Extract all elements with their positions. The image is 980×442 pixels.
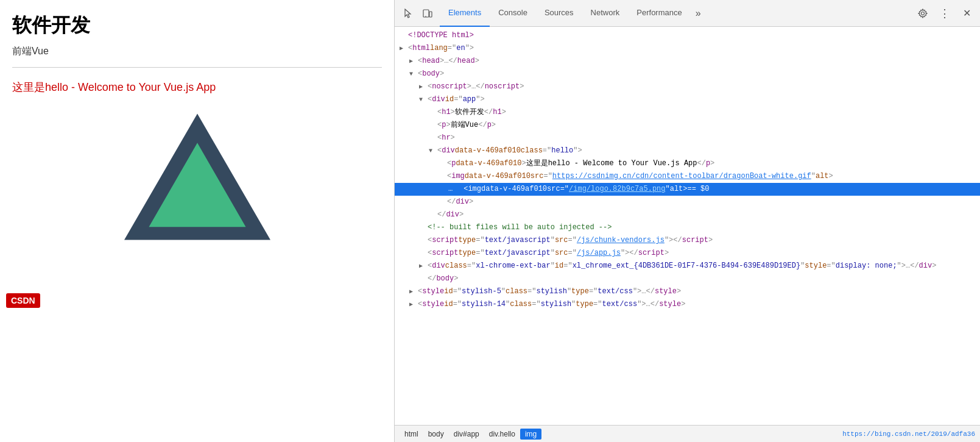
tab-sources[interactable]: Sources xyxy=(536,0,582,27)
html-line[interactable]: </div> xyxy=(395,196,980,209)
tab-network[interactable]: Network xyxy=(582,0,629,27)
html-line[interactable]: <style id="stylish-5" class="stylish" ty… xyxy=(395,285,980,298)
settings-button[interactable] xyxy=(913,4,932,23)
close-icon: ✕ xyxy=(963,7,971,19)
breadcrumb-img[interactable]: img xyxy=(520,429,541,440)
inspect-element-button[interactable] xyxy=(398,4,418,23)
src-link[interactable]: /img/logo.82b9c7a5.png xyxy=(569,184,665,194)
html-line[interactable]: <div data-v-469af010 class="hello"> xyxy=(395,144,980,157)
device-icon xyxy=(423,9,432,18)
triangle-icon xyxy=(455,184,462,195)
html-line[interactable]: <p>前端Vue</p> xyxy=(395,119,980,132)
close-devtools-button[interactable]: ✕ xyxy=(957,4,976,23)
triangle-icon xyxy=(429,120,436,131)
devtools-html-content[interactable]: <!DOCTYPE html> <html lang="en"> <head>…… xyxy=(395,27,980,425)
triangle-icon xyxy=(400,30,407,41)
triangle-icon[interactable] xyxy=(419,82,426,93)
breadcrumb-url: https://bing.csdn.net/2019/adfa36 xyxy=(842,430,975,438)
triangle-icon xyxy=(419,274,426,285)
more-options-button[interactable]: ⋮ xyxy=(935,4,954,23)
html-line[interactable]: <h1>软件开发</h1> xyxy=(395,106,980,119)
triangle-icon xyxy=(429,133,436,144)
triangle-icon xyxy=(419,248,426,259)
html-line[interactable]: <div class="xl-chrome-ext-bar" id="xl_ch… xyxy=(395,260,980,273)
triangle-icon xyxy=(429,107,436,118)
svg-point-5 xyxy=(922,12,925,15)
html-line[interactable]: </div> xyxy=(395,209,980,221)
html-line[interactable]: <hr> xyxy=(395,132,980,144)
triangle-icon[interactable] xyxy=(409,287,417,298)
html-line[interactable]: <p data-v-469af010>这里是hello - Welcome to… xyxy=(395,157,980,170)
gear-icon xyxy=(918,9,928,18)
html-line[interactable]: <style id="stylish-14" class="stylish" t… xyxy=(395,298,980,311)
html-line[interactable]: <!DOCTYPE html> xyxy=(395,29,980,42)
triangle-icon xyxy=(439,171,446,182)
breadcrumb-body[interactable]: body xyxy=(423,429,449,440)
webpage-divider xyxy=(12,67,382,68)
webpage-title: 软件开发 xyxy=(0,0,394,42)
devtools-topbar-right: ⋮ ✕ xyxy=(913,4,976,23)
svg-rect-2 xyxy=(423,10,429,17)
triangle-icon[interactable] xyxy=(400,43,407,54)
vue-logo xyxy=(124,113,270,241)
triangle-icon[interactable] xyxy=(409,299,417,310)
tab-elements[interactable]: Elements xyxy=(440,0,490,27)
triangle-icon xyxy=(419,235,426,246)
triangle-icon[interactable] xyxy=(429,146,436,157)
svg-rect-3 xyxy=(429,12,432,17)
html-line[interactable]: <head>…</head> xyxy=(395,55,980,68)
csdn-badge: CSDN xyxy=(6,293,40,308)
tab-performance[interactable]: Performance xyxy=(628,0,690,27)
webpage-preview: 软件开发 前端Vue 这里是hello - Welcome to Your Vu… xyxy=(0,0,395,442)
triangle-icon[interactable] xyxy=(409,56,417,67)
html-line[interactable]: <script type="text/javascript" src="/js/… xyxy=(395,234,980,247)
html-line[interactable]: <img data-v-469af010 src="https://csdnim… xyxy=(395,170,980,183)
html-line[interactable]: <body> xyxy=(395,68,980,80)
three-dots-icon: ⋮ xyxy=(939,7,951,20)
triangle-icon[interactable] xyxy=(419,261,426,272)
cursor-icon xyxy=(403,9,413,18)
triangle-icon xyxy=(439,159,446,169)
expand-dots[interactable]: … xyxy=(448,184,453,194)
breadcrumb-divapp[interactable]: div#app xyxy=(449,429,484,440)
triangle-icon xyxy=(419,223,426,233)
html-line[interactable]: <script type="text/javascript" src="/js/… xyxy=(395,247,980,260)
html-line[interactable]: <!-- built files will be auto injected -… xyxy=(395,221,980,234)
devtools-panel: Elements Console Sources Network Perform… xyxy=(395,0,980,442)
html-line[interactable]: </body> xyxy=(395,273,980,285)
html-line[interactable]: <html lang="en"> xyxy=(395,42,980,55)
devtools-tabs: Elements Console Sources Network Perform… xyxy=(440,0,706,27)
webpage-subtitle: 前端Vue xyxy=(0,42,394,67)
html-line-selected[interactable]: …<img data-v-469af010 src="/img/logo.82b… xyxy=(395,183,980,196)
html-line[interactable]: <div id="app"> xyxy=(395,93,980,106)
csdn-label: CSDN xyxy=(6,293,40,308)
triangle-icon xyxy=(429,210,436,221)
triangle-icon[interactable] xyxy=(409,69,417,80)
more-tabs-button[interactable]: » xyxy=(691,0,706,27)
breadcrumb-html[interactable]: html xyxy=(400,429,423,440)
html-line[interactable]: <noscript>…</noscript> xyxy=(395,80,980,93)
tab-console[interactable]: Console xyxy=(490,0,536,27)
triangle-icon xyxy=(439,197,446,208)
breadcrumb-bar: html body div#app div.hello img https://… xyxy=(395,425,980,442)
breadcrumb-divhello[interactable]: div.hello xyxy=(484,429,520,440)
triangle-icon[interactable] xyxy=(419,94,426,105)
webpage-link[interactable]: 这里是hello - Welcome to Your Vue.js App xyxy=(0,77,394,107)
device-toolbar-button[interactable] xyxy=(418,4,437,23)
devtools-topbar: Elements Console Sources Network Perform… xyxy=(395,0,980,27)
